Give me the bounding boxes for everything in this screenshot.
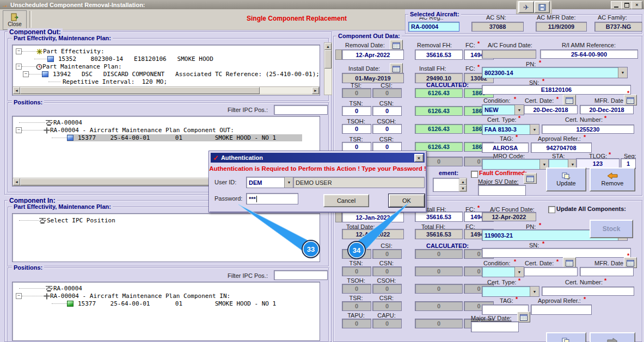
in-cert-date-calendar-button[interactable] xyxy=(563,257,576,268)
close-form-button[interactable]: Close xyxy=(3,10,27,30)
out-mfr-date-field[interactable]: 20-Dec-2018 xyxy=(580,105,634,114)
tree-node-plan-out[interactable]: − RA-00004 - Aircraft Maintenance Plan C… xyxy=(13,127,320,134)
out-part-plan-hscrollbar[interactable]: ◄ ► xyxy=(13,86,320,95)
tree-node-part-effectivity[interactable]: − Part Effectivity: xyxy=(13,48,320,55)
tsn-field[interactable]: 0 xyxy=(342,106,371,116)
user-id-dropdown[interactable]: DEM ▼ xyxy=(246,177,294,188)
chevron-down-icon[interactable]: ▼ xyxy=(530,287,539,296)
in-filter-ipc-input[interactable] xyxy=(274,270,328,280)
out-mfr-date-calendar-button[interactable] xyxy=(624,95,637,105)
tree-node-part[interactable]: 15352 802300-14 E18120106 SMOKE HOOD xyxy=(13,55,320,63)
chevron-down-icon[interactable]: ▼ xyxy=(514,105,524,115)
required-star: * xyxy=(542,240,544,247)
ac-reg-field[interactable]: RA-00004 xyxy=(408,22,459,32)
in-mfr-date-field[interactable] xyxy=(580,267,634,276)
reason-textarea[interactable] xyxy=(433,178,462,192)
out-tag-field[interactable]: ALROSA xyxy=(482,142,529,153)
removal-date-field[interactable]: 12-Apr-2022 xyxy=(342,49,404,60)
tree-node-position[interactable]: 15377 25-64-00-01 01 SMOKE HOOD - NO 1 xyxy=(13,300,320,307)
in-major-sv-calendar-button[interactable] xyxy=(517,312,530,322)
in-part-plan-tree[interactable]: Select IPC Position xyxy=(12,213,320,262)
tree-node-aircraft[interactable]: RA-00004 xyxy=(13,119,320,126)
removal-fc-label: FC: xyxy=(465,42,475,48)
mro-code-dropdown[interactable]: ▼ xyxy=(482,159,549,170)
scroll-left-icon[interactable]: ◄ xyxy=(13,178,20,185)
collapse-icon[interactable]: − xyxy=(16,48,22,54)
in-install-date-field[interactable]: 12-Jan-2022 xyxy=(342,212,404,222)
in-update-button[interactable] xyxy=(546,332,586,342)
tree-node-select-ipc[interactable]: Select IPC Position xyxy=(13,217,320,224)
amm-reference-field[interactable]: 25-64-00-900 xyxy=(540,49,638,59)
in-cert-number-field[interactable] xyxy=(542,287,634,296)
out-sn-field[interactable]: E18120106 xyxy=(482,85,631,95)
in-positions-tree[interactable]: RA-00004 − RA-00004 - Aircraft Maintenan… xyxy=(12,282,320,341)
in-major-sv-field[interactable] xyxy=(471,321,519,332)
chevron-down-icon[interactable]: ▼ xyxy=(514,267,524,277)
collapse-icon[interactable]: − xyxy=(16,127,22,133)
csoh-field[interactable]: 0 xyxy=(372,124,402,134)
reason-vscrollbar[interactable]: ▲ ▼ xyxy=(459,178,467,192)
scroll-left-icon[interactable]: ◄ xyxy=(13,87,20,94)
required-star: * xyxy=(584,134,586,140)
tree-node-plan-in[interactable]: − RA-00004 - Aircraft Maintenance Plan C… xyxy=(13,293,320,300)
out-approval-field[interactable]: 942704708 xyxy=(531,142,592,153)
out-major-sv-field[interactable] xyxy=(478,185,526,196)
collapse-icon[interactable]: − xyxy=(16,64,22,70)
removal-date-calendar-button[interactable] xyxy=(390,40,403,51)
removal-fh-field[interactable]: 35616.53 xyxy=(415,49,463,60)
out-cert-date-field[interactable]: 20-Dec-2018 xyxy=(524,105,578,114)
out-filter-ipc-input[interactable] xyxy=(274,105,328,115)
ok-button[interactable]: OK xyxy=(389,194,425,207)
scroll-thumb[interactable] xyxy=(20,87,260,94)
selected-row-highlight[interactable]: 15377 25-64-00-01 01 SMOKE HOOD - NO 1 xyxy=(67,134,302,141)
chevron-down-icon[interactable]: ▼ xyxy=(284,177,293,188)
remove-button[interactable]: Remove xyxy=(590,167,635,191)
scroll-down-icon[interactable]: ▼ xyxy=(459,185,467,191)
install-button[interactable] xyxy=(590,332,635,342)
in-cert-date-field[interactable] xyxy=(524,267,578,276)
in-sn-field[interactable] xyxy=(482,248,631,258)
close-window-button[interactable]: × xyxy=(631,1,642,9)
scroll-up-icon[interactable]: ▲ xyxy=(459,178,467,185)
tree-node-aircraft[interactable]: RA-00004 xyxy=(13,285,320,292)
update-all-checkbox[interactable] xyxy=(548,206,555,213)
chevron-down-icon[interactable]: ▼ xyxy=(618,67,627,78)
aircraft-toolbar-button[interactable]: ✈ xyxy=(518,1,534,13)
tree-node-maintenance-plan[interactable]: − Part Maintenance Plan: xyxy=(13,63,320,70)
out-cert-date-calendar-button[interactable] xyxy=(563,95,576,105)
scroll-thumb[interactable] xyxy=(324,50,332,69)
tree-node-position-selected[interactable]: 15377 25-64-00-01 01 SMOKE HOOD - NO 1 xyxy=(13,134,320,141)
restore-button[interactable] xyxy=(621,1,632,9)
chevron-down-icon[interactable]: ▼ xyxy=(530,125,539,134)
out-ac-found-field[interactable] xyxy=(482,49,536,59)
out-cert-type-dropdown[interactable]: FAA 8130-3▼ xyxy=(482,124,539,135)
in-approval-field[interactable] xyxy=(531,304,592,315)
update-button[interactable]: Update xyxy=(546,167,586,191)
fault-confirmed-checkbox[interactable] xyxy=(471,171,478,178)
out-major-sv-calendar-button[interactable] xyxy=(524,173,537,184)
in-cert-type-dropdown[interactable]: ▼ xyxy=(482,286,539,297)
collapse-icon[interactable]: − xyxy=(23,71,29,77)
dialog-titlebar[interactable]: ✓ Authentication xyxy=(211,153,425,163)
cancel-button[interactable]: Cancel xyxy=(323,194,369,207)
csn-field[interactable]: 0 xyxy=(372,106,402,116)
stock-button[interactable]: Stock xyxy=(590,220,633,238)
scroll-up-icon[interactable]: ▲ xyxy=(324,43,332,50)
in-mfr-date-calendar-button[interactable] xyxy=(624,257,637,268)
out-pn-dropdown[interactable]: 802300-14▼ xyxy=(482,67,628,78)
scroll-right-icon[interactable]: ► xyxy=(312,87,319,94)
dialog-close-button[interactable]: × xyxy=(414,154,424,162)
tree-node-task[interactable]: − 13942 DSC DISCARD COMPONENT Associated… xyxy=(13,71,320,78)
save-toolbar-button[interactable] xyxy=(534,1,550,13)
out-cert-number-field[interactable]: 1255230 xyxy=(542,125,634,134)
in-condition-dropdown[interactable]: ▼ xyxy=(482,266,524,277)
out-part-plan-vscrollbar[interactable]: ▲ xyxy=(324,42,332,95)
minimize-button[interactable] xyxy=(611,1,622,9)
collapse-icon[interactable]: − xyxy=(16,293,22,299)
tree-node-interval[interactable]: Repetitive Interval: 120 MO; xyxy=(13,78,320,85)
tsoh-field[interactable]: 0 xyxy=(342,124,371,134)
password-input[interactable]: *** xyxy=(246,193,298,204)
out-condition-dropdown[interactable]: NEW▼ xyxy=(482,104,524,115)
install-date-calendar-button[interactable] xyxy=(390,63,403,74)
in-install-fh-field[interactable]: 35616.53 xyxy=(415,212,463,222)
